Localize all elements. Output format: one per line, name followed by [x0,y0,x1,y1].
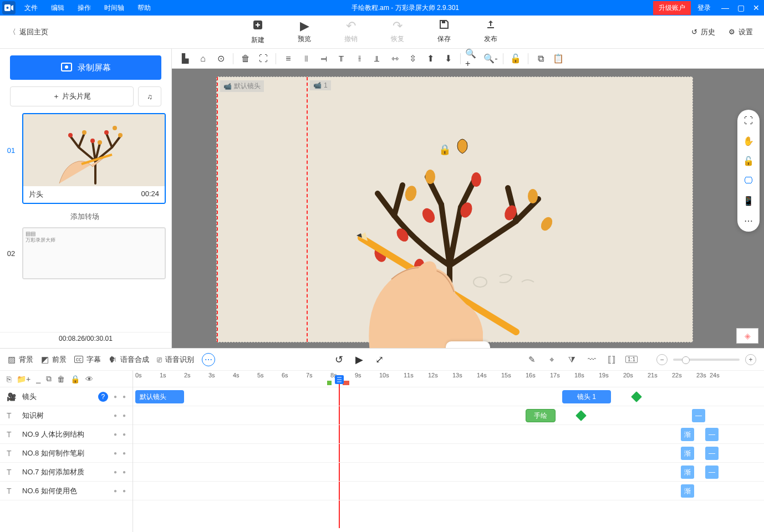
add-transition-button[interactable]: 添加转场 [3,208,166,227]
help-badge[interactable]: ? [98,392,108,402]
screen-mode-icon[interactable]: 🖵 [742,175,755,186]
menu-help[interactable]: 帮助 [131,3,157,13]
range-icon[interactable]: ⟦⟧ [605,355,618,365]
login-button[interactable]: 登录 [691,1,717,15]
track-head[interactable]: TNO.9 人体比例结构●● [0,425,133,444]
zoom-out-button[interactable]: − [656,354,668,365]
preview-button[interactable]: ▶预览 [298,19,311,45]
filter-icon[interactable]: ⧩ [566,355,578,365]
tab-subtitle[interactable]: cc字幕 [74,355,101,365]
track-row[interactable]: 默认镜头 镜头 1 [133,387,764,406]
menu-timeline[interactable]: 时间轴 [98,3,131,13]
track-row[interactable]: 渐 — [133,444,764,463]
track-head-camera[interactable]: 🎥 镜头 ? ● ● [0,387,133,406]
history-button[interactable]: ↺历史 [691,27,715,37]
folder-add-icon[interactable]: 📁+ [17,375,30,383]
timeline-ruler[interactable]: 0s 1s 2s 3s 4s 5s 6s 7s 8s 9s 10s 11s 12… [133,371,764,387]
align-corner-icon[interactable]: ▙ [177,51,193,66]
clip-fade[interactable]: 渐 [681,428,694,441]
camera-label-default[interactable]: 📹默认镜头 [220,80,264,92]
more-horiz-icon[interactable]: ⊙ [213,51,228,66]
mini-preview-button[interactable]: ◈ [736,328,758,344]
bring-front-icon[interactable]: ⬆ [422,51,438,66]
keyframe-diamond[interactable] [575,410,588,422]
align-right-icon[interactable]: ⫤ [316,51,332,66]
new-button[interactable]: 新建 [251,19,264,45]
mobile-mode-icon[interactable]: 📱 [742,195,755,206]
keyframe-icon[interactable]: ⌖ [546,355,558,365]
clip-hand[interactable]: 手绘 [526,409,556,422]
canvas[interactable]: 📹默认镜头 📹1 🔒 [216,76,693,342]
clip-fade[interactable]: 渐 [681,484,694,498]
keyframe-diamond[interactable] [630,391,643,403]
playhead[interactable] [335,375,344,384]
zoom-out-icon[interactable]: 🔍- [483,51,498,66]
track-head[interactable]: T知识树●● [0,406,133,425]
hand-tool-icon[interactable]: ✋ [742,135,755,146]
align-h-center-icon[interactable]: ⫴ [298,51,314,66]
paste-icon[interactable]: 📋 [551,51,566,66]
undo-button[interactable]: ↶撤销 [344,19,358,45]
clip-dash[interactable]: — [705,447,719,460]
clip-default-camera[interactable]: 默认镜头 [135,390,184,403]
clip-dash[interactable]: — [692,409,705,422]
tab-background[interactable]: ▨背景 [8,355,33,365]
trash-icon[interactable]: 🗑 [238,51,253,66]
camera-label-1[interactable]: 📹1 [310,80,331,90]
music-button[interactable]: ♫ [138,86,161,106]
edit-icon[interactable]: ✎ [526,355,538,365]
minimize-button[interactable]: — [717,0,733,16]
track-row[interactable]: 渐 — [133,463,764,482]
copy-icon[interactable]: ⧉ [533,51,548,66]
track-head[interactable]: TNO.6 如何使用色●● [0,482,133,500]
upgrade-button[interactable]: 升级账户 [653,1,691,15]
record-screen-button[interactable]: 录制屏幕 [10,55,161,80]
fit-icon[interactable]: 1:1 [625,356,638,363]
intro-outro-button[interactable]: ＋ 片头片尾 [10,86,134,106]
more-icon[interactable]: ⋯ [742,215,755,226]
timeline-tracks[interactable]: 0s 1s 2s 3s 4s 5s 6s 7s 8s 9s 10s 11s 12… [133,371,764,532]
tabs-more-button[interactable]: ⋯ [202,353,215,366]
clip-fade[interactable]: 渐 [681,466,694,479]
redo-button[interactable]: ↷恢复 [391,19,404,45]
send-back-icon[interactable]: ⬇ [440,51,456,66]
track-row[interactable]: 渐 — [133,425,764,444]
lock-track-icon[interactable]: 🔒 [70,375,80,383]
add-track-icon[interactable]: ⎘ [7,375,11,383]
tab-asr[interactable]: ⎚语音识别 [157,355,194,365]
track-dot[interactable]: ● [123,393,126,400]
track-row[interactable]: 渐 [133,482,764,500]
settings-button[interactable]: ⚙设置 [729,27,753,37]
distribute-h-icon[interactable]: ⇿ [387,51,403,66]
play-button[interactable]: ▶ [355,354,363,366]
track-head[interactable]: TNO.8 如何制作笔刷●● [0,444,133,463]
clip-fade[interactable]: 渐 [681,447,694,460]
tab-tts[interactable]: 🗣语音合成 [109,355,149,365]
clip-dash[interactable]: — [705,428,719,441]
align-bottom-icon[interactable]: ⫫ [369,51,385,66]
expand-button[interactable]: ⤢ [375,354,384,366]
scene-list[interactable]: 01 片头 00:24 添加转场 [0,113,171,332]
track-dot[interactable]: ● [114,393,117,400]
align-left-icon[interactable]: ≡ [281,51,296,66]
unlock-icon[interactable]: 🔓 [508,51,523,66]
delete-track-icon[interactable]: 🗑 [57,375,65,383]
back-home-button[interactable]: 〈 返回主页 [0,27,57,37]
distribute-v-icon[interactable]: ⇳ [405,51,420,66]
tab-foreground[interactable]: ◩前景 [41,355,67,365]
lock-toggle-icon[interactable]: 🔓 [742,155,755,166]
duplicate-icon[interactable]: ⧉ [46,374,52,383]
clip-dash[interactable]: — [705,466,719,479]
align-v-center-icon[interactable]: ⫲ [352,51,367,66]
marker-green[interactable] [327,381,332,385]
ease-icon[interactable]: 〰 [585,355,598,364]
scene-card[interactable]: ▤▤万彩录屏大师 [22,227,166,279]
zoom-in-button[interactable]: + [745,354,756,365]
collapse-handle[interactable]: ⌄ [446,341,490,348]
crop-icon[interactable]: ⛶ [256,51,271,66]
track-head[interactable]: TNO.7 如何添加材质●● [0,463,133,482]
save-button[interactable]: 保存 [437,19,451,45]
visibility-icon[interactable]: 👁 [85,375,93,383]
close-button[interactable]: ✕ [748,0,764,16]
track-row[interactable]: 手绘 — [133,406,764,425]
